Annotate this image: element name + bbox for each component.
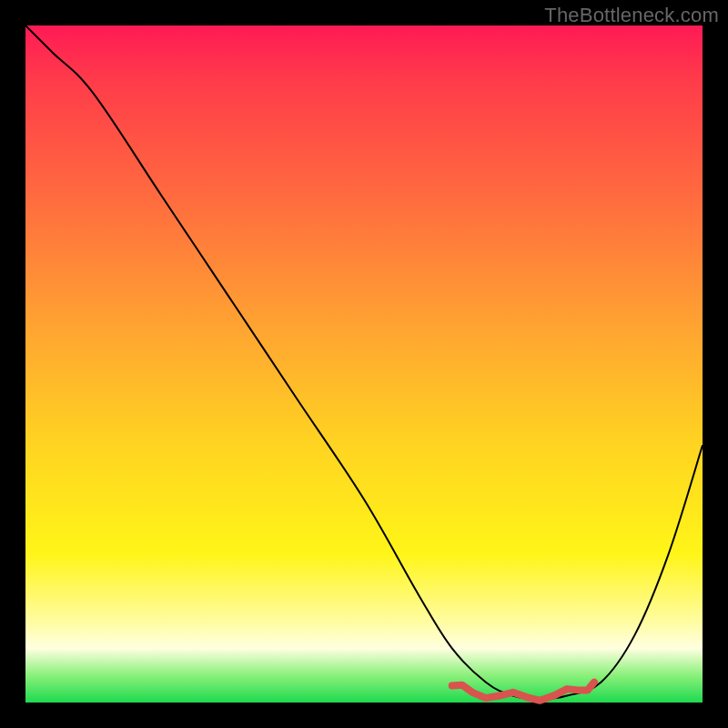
bottleneck-curve — [25, 25, 703, 699]
optimal-zone-curve — [452, 682, 594, 701]
plot-area — [25, 25, 703, 703]
curve-layer — [25, 25, 703, 703]
watermark-text: TheBottleneck.com — [544, 4, 719, 27]
chart-frame: TheBottleneck.com — [0, 0, 728, 728]
